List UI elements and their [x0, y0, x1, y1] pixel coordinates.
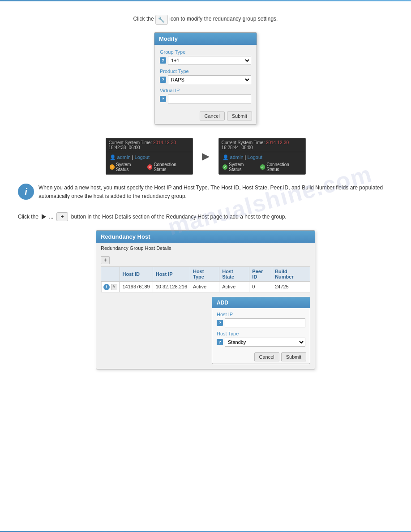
left-admin-link[interactable]: admin — [117, 154, 131, 160]
row-host-ip: 10.32.128.216 — [153, 281, 190, 292]
row-host-id: 1419376189 — [120, 281, 153, 292]
right-connection-status-icon: ✓ — [260, 164, 265, 170]
modify-cancel-button[interactable]: Cancel — [200, 112, 225, 120]
modify-submit-button[interactable]: Submit — [227, 112, 252, 120]
right-logout-link[interactable]: Logout — [248, 154, 263, 160]
play-icon-inline — [42, 214, 46, 219]
right-admin-row: 👤 admin | Logout — [223, 154, 302, 160]
group-type-row: ? 1+1 1:1 N+1 — [160, 56, 251, 65]
virtual-ip-label: Virtual IP — [160, 88, 251, 93]
virtual-ip-help-icon: ? — [160, 96, 166, 102]
left-panel-time-suffix: 18:42:38 -06:00 — [109, 145, 140, 150]
col-build-number: Build Number — [272, 266, 310, 281]
add-host-type-select[interactable]: Standby Active — [225, 338, 305, 347]
left-panel-header: Current System Time: 2014-12-30 18:42:38… — [106, 138, 193, 152]
right-panel-time-suffix: 16:28:44 -08:00 — [222, 145, 253, 150]
modify-dialog-body: Group Type ? 1+1 1:1 N+1 Product Type ? … — [154, 45, 257, 108]
add-dialog-footer: Cancel Submit — [212, 350, 310, 364]
add-dialog-body: Host IP ? Host Type ? Standby Active — [212, 308, 310, 350]
login-panel-left: Current System Time: 2014-12-30 18:42:38… — [106, 138, 193, 175]
row-host-state: Active — [219, 281, 249, 292]
para1-text: Click the — [133, 15, 155, 23]
col-host-id: Host ID — [120, 266, 153, 281]
right-panel-time-prefix: Current System Time: — [222, 140, 266, 145]
product-type-row: ? RAPS Other — [160, 75, 251, 84]
arrow-right-icon: ▶ — [202, 150, 210, 162]
row-edit-icon[interactable]: ✎ — [111, 284, 117, 290]
wrench-icon: 🔧 — [158, 17, 165, 23]
left-system-status-icon: ! — [110, 164, 115, 170]
table-add-button[interactable]: + — [101, 256, 110, 264]
add-host-ip-input[interactable] — [225, 318, 305, 327]
col-actions — [101, 266, 120, 281]
add-cancel-button[interactable]: Cancel — [254, 352, 279, 361]
group-type-label: Group Type — [160, 49, 251, 55]
row-peer-id: 0 — [249, 281, 272, 292]
para3a-text: Click the — [18, 214, 39, 220]
add-host-ip-row: ? — [217, 318, 305, 327]
redundancy-table-area: + Host ID Host IP Host Type Host State P… — [96, 253, 315, 369]
left-panel-time-highlight: 2014-12-30 — [153, 140, 176, 145]
product-type-label: Product Type — [160, 69, 251, 74]
left-admin-row: 👤 admin | Logout — [110, 154, 189, 160]
plus-btn-page[interactable]: + — [56, 212, 68, 221]
left-system-status: ! System Status — [110, 162, 144, 172]
redundancy-table: Host ID Host IP Host Type Host State Pee… — [101, 266, 310, 293]
modify-dialog: Modify Group Type ? 1+1 1:1 N+1 Product … — [154, 32, 257, 124]
add-host-ip-label: Host IP — [217, 312, 305, 317]
redundancy-area: Redundancy Host Redundancy Group Host De… — [18, 230, 393, 370]
left-connection-status: ✕ Connection Status — [147, 162, 189, 172]
person-icon-left: 👤 — [110, 154, 116, 160]
add-host-type-label: Host Type — [217, 331, 305, 336]
left-system-status-label: System Status — [116, 162, 144, 172]
add-dialog-wrapper: ADD Host IP ? Host Type ? Stan — [101, 295, 310, 366]
left-connection-status-icon: ✕ — [147, 164, 153, 170]
product-type-select[interactable]: RAPS Other — [168, 75, 251, 84]
redundancy-subheader: Redundancy Group Host Details — [96, 243, 315, 253]
add-dialog: ADD Host IP ? Host Type ? Stan — [212, 297, 310, 364]
col-peer-id: Peer ID — [249, 266, 272, 281]
right-panel-body: 👤 admin | Logout ✓ System Status ✓ Conne… — [219, 152, 305, 174]
info-icon: i — [18, 184, 34, 200]
add-host-type-row: ? Standby Active — [217, 338, 305, 347]
redundancy-header: Redundancy Host — [96, 231, 315, 243]
person-icon-right: 👤 — [223, 154, 229, 160]
right-panel-time-highlight: 2014-12-30 — [266, 140, 289, 145]
group-type-help-icon: ? — [160, 57, 166, 64]
col-host-state: Host State — [219, 266, 249, 281]
login-panels-area: Current System Time: 2014-12-30 18:42:38… — [18, 138, 393, 175]
modify-title: Modify — [159, 35, 178, 42]
right-admin-link[interactable]: admin — [230, 154, 244, 160]
right-connection-status: ✓ Connection Status — [260, 162, 302, 172]
right-system-status: ✓ System Status — [223, 162, 257, 172]
group-type-select[interactable]: 1+1 1:1 N+1 — [168, 56, 251, 65]
col-host-ip: Host IP — [153, 266, 190, 281]
col-host-type: Host Type — [190, 266, 219, 281]
para1b-text: icon to modify the redundancy group sett… — [168, 15, 278, 23]
login-panel-right: Current System Time: 2014-12-30 16:28:44… — [218, 138, 306, 175]
add-host-type-help: ? — [217, 339, 223, 345]
para3b-text: button in the Host Details section of th… — [71, 214, 287, 220]
left-connection-status-label: Connection Status — [154, 162, 188, 172]
row-host-type: Active — [190, 281, 219, 292]
left-panel-body: 👤 admin | Logout ! System Status ✕ Conne… — [106, 152, 193, 174]
right-system-status-label: System Status — [229, 162, 257, 172]
left-logout-link[interactable]: Logout — [135, 154, 150, 160]
product-type-help-icon: ? — [160, 77, 166, 83]
virtual-ip-input[interactable] — [168, 94, 251, 103]
table-row: i ✎ 1419376189 10.32.128.216 Active Acti… — [101, 281, 310, 292]
modify-dialog-footer: Cancel Submit — [154, 108, 257, 124]
table-header-row: Host ID Host IP Host Type Host State Pee… — [101, 266, 310, 281]
row-icons-cell: i ✎ — [101, 282, 120, 292]
add-submit-button[interactable]: Submit — [281, 352, 306, 361]
info-body-text: When you add a new host, you must specif… — [39, 184, 393, 201]
right-panel-header: Current System Time: 2014-12-30 16:28:44… — [219, 138, 305, 152]
wrench-button[interactable]: 🔧 — [155, 15, 168, 25]
right-system-status-icon: ✓ — [223, 164, 228, 170]
table-toolbar: + — [101, 256, 310, 264]
add-host-ip-help: ? — [217, 320, 223, 326]
wrench-area: Click the 🔧 icon to modify the redundanc… — [18, 15, 393, 26]
row-info-icon[interactable]: i — [103, 284, 110, 290]
virtual-ip-row: ? — [160, 94, 251, 103]
add-dialog-header: ADD — [212, 297, 310, 308]
